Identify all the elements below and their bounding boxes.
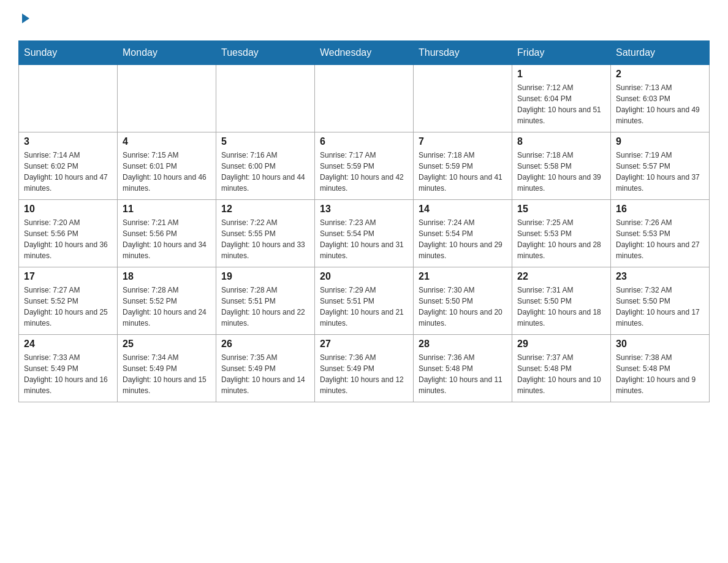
- day-number: 2: [616, 69, 704, 80]
- calendar-cell: 10Sunrise: 7:20 AM Sunset: 5:56 PM Dayli…: [19, 200, 118, 267]
- calendar-cell: 18Sunrise: 7:28 AM Sunset: 5:52 PM Dayli…: [118, 267, 216, 335]
- calendar-cell: 21Sunrise: 7:30 AM Sunset: 5:50 PM Dayli…: [414, 267, 512, 335]
- calendar-cell: 24Sunrise: 7:33 AM Sunset: 5:49 PM Dayli…: [19, 335, 118, 402]
- calendar-cell: 15Sunrise: 7:25 AM Sunset: 5:53 PM Dayli…: [512, 200, 611, 267]
- day-info: Sunrise: 7:27 AM Sunset: 5:52 PM Dayligh…: [24, 285, 112, 329]
- calendar-cell: [19, 65, 118, 132]
- day-info: Sunrise: 7:16 AM Sunset: 6:00 PM Dayligh…: [221, 150, 309, 194]
- day-number: 23: [616, 271, 704, 282]
- calendar-cell: [315, 65, 414, 132]
- day-info: Sunrise: 7:38 AM Sunset: 5:48 PM Dayligh…: [616, 352, 704, 396]
- calendar-cell: 6Sunrise: 7:17 AM Sunset: 5:59 PM Daylig…: [315, 132, 414, 200]
- calendar-cell: 7Sunrise: 7:18 AM Sunset: 5:59 PM Daylig…: [414, 132, 512, 200]
- day-info: Sunrise: 7:31 AM Sunset: 5:50 PM Dayligh…: [517, 285, 605, 329]
- day-info: Sunrise: 7:13 AM Sunset: 6:03 PM Dayligh…: [616, 82, 704, 126]
- week-row-5: 24Sunrise: 7:33 AM Sunset: 5:49 PM Dayli…: [19, 335, 710, 402]
- calendar-cell: 5Sunrise: 7:16 AM Sunset: 6:00 PM Daylig…: [216, 132, 315, 200]
- day-info: Sunrise: 7:25 AM Sunset: 5:53 PM Dayligh…: [517, 217, 605, 261]
- logo: [18, 12, 32, 28]
- day-number: 30: [616, 339, 704, 350]
- weekday-header-monday: Monday: [118, 41, 216, 65]
- day-number: 4: [123, 136, 211, 147]
- weekday-header-row: SundayMondayTuesdayWednesdayThursdayFrid…: [19, 41, 710, 65]
- day-info: Sunrise: 7:36 AM Sunset: 5:49 PM Dayligh…: [320, 352, 408, 396]
- calendar-cell: 1Sunrise: 7:12 AM Sunset: 6:04 PM Daylig…: [512, 65, 611, 132]
- day-number: 27: [320, 339, 408, 350]
- day-info: Sunrise: 7:21 AM Sunset: 5:56 PM Dayligh…: [123, 217, 211, 261]
- day-info: Sunrise: 7:14 AM Sunset: 6:02 PM Dayligh…: [24, 150, 112, 194]
- day-info: Sunrise: 7:17 AM Sunset: 5:59 PM Dayligh…: [320, 150, 408, 194]
- day-number: 15: [517, 204, 605, 215]
- weekday-header-tuesday: Tuesday: [216, 41, 315, 65]
- calendar-cell: 14Sunrise: 7:24 AM Sunset: 5:54 PM Dayli…: [414, 200, 512, 267]
- calendar-cell: 27Sunrise: 7:36 AM Sunset: 5:49 PM Dayli…: [315, 335, 414, 402]
- day-number: 9: [616, 136, 704, 147]
- calendar-cell: 2Sunrise: 7:13 AM Sunset: 6:03 PM Daylig…: [611, 65, 710, 132]
- day-info: Sunrise: 7:34 AM Sunset: 5:49 PM Dayligh…: [123, 352, 211, 396]
- day-number: 20: [320, 271, 408, 282]
- day-number: 19: [221, 271, 309, 282]
- day-number: 25: [123, 339, 211, 350]
- day-number: 28: [419, 339, 507, 350]
- day-number: 22: [517, 271, 605, 282]
- calendar-cell: [118, 65, 216, 132]
- day-number: 6: [320, 136, 408, 147]
- day-info: Sunrise: 7:26 AM Sunset: 5:53 PM Dayligh…: [616, 217, 704, 261]
- calendar-cell: 17Sunrise: 7:27 AM Sunset: 5:52 PM Dayli…: [19, 267, 118, 335]
- page-header: [18, 12, 710, 28]
- calendar-cell: 12Sunrise: 7:22 AM Sunset: 5:55 PM Dayli…: [216, 200, 315, 267]
- weekday-header-saturday: Saturday: [611, 41, 710, 65]
- day-number: 21: [419, 271, 507, 282]
- day-info: Sunrise: 7:18 AM Sunset: 5:58 PM Dayligh…: [517, 150, 605, 194]
- calendar-cell: 16Sunrise: 7:26 AM Sunset: 5:53 PM Dayli…: [611, 200, 710, 267]
- day-number: 8: [517, 136, 605, 147]
- day-number: 1: [517, 69, 605, 80]
- day-number: 17: [24, 271, 112, 282]
- day-info: Sunrise: 7:37 AM Sunset: 5:48 PM Dayligh…: [517, 352, 605, 396]
- day-info: Sunrise: 7:24 AM Sunset: 5:54 PM Dayligh…: [419, 217, 507, 261]
- calendar-cell: 22Sunrise: 7:31 AM Sunset: 5:50 PM Dayli…: [512, 267, 611, 335]
- calendar-cell: 26Sunrise: 7:35 AM Sunset: 5:49 PM Dayli…: [216, 335, 315, 402]
- calendar-cell: [414, 65, 512, 132]
- day-info: Sunrise: 7:35 AM Sunset: 5:49 PM Dayligh…: [221, 352, 309, 396]
- calendar-cell: [216, 65, 315, 132]
- day-info: Sunrise: 7:33 AM Sunset: 5:49 PM Dayligh…: [24, 352, 112, 396]
- day-info: Sunrise: 7:18 AM Sunset: 5:59 PM Dayligh…: [419, 150, 507, 194]
- day-info: Sunrise: 7:19 AM Sunset: 5:57 PM Dayligh…: [616, 150, 704, 194]
- week-row-4: 17Sunrise: 7:27 AM Sunset: 5:52 PM Dayli…: [19, 267, 710, 335]
- calendar-cell: 8Sunrise: 7:18 AM Sunset: 5:58 PM Daylig…: [512, 132, 611, 200]
- day-number: 29: [517, 339, 605, 350]
- day-number: 26: [221, 339, 309, 350]
- calendar-cell: 19Sunrise: 7:28 AM Sunset: 5:51 PM Dayli…: [216, 267, 315, 335]
- day-number: 11: [123, 204, 211, 215]
- calendar-table: SundayMondayTuesdayWednesdayThursdayFrid…: [18, 40, 710, 402]
- logo-arrow-icon: [20, 12, 32, 28]
- day-info: Sunrise: 7:23 AM Sunset: 5:54 PM Dayligh…: [320, 217, 408, 261]
- calendar-cell: 29Sunrise: 7:37 AM Sunset: 5:48 PM Dayli…: [512, 335, 611, 402]
- weekday-header-wednesday: Wednesday: [315, 41, 414, 65]
- svg-marker-0: [22, 13, 29, 23]
- weekday-header-friday: Friday: [512, 41, 611, 65]
- day-number: 13: [320, 204, 408, 215]
- day-info: Sunrise: 7:12 AM Sunset: 6:04 PM Dayligh…: [517, 82, 605, 126]
- day-number: 24: [24, 339, 112, 350]
- calendar-cell: 4Sunrise: 7:15 AM Sunset: 6:01 PM Daylig…: [118, 132, 216, 200]
- day-number: 7: [419, 136, 507, 147]
- calendar-cell: 25Sunrise: 7:34 AM Sunset: 5:49 PM Dayli…: [118, 335, 216, 402]
- calendar-cell: 13Sunrise: 7:23 AM Sunset: 5:54 PM Dayli…: [315, 200, 414, 267]
- day-info: Sunrise: 7:30 AM Sunset: 5:50 PM Dayligh…: [419, 285, 507, 329]
- day-number: 16: [616, 204, 704, 215]
- calendar-cell: 11Sunrise: 7:21 AM Sunset: 5:56 PM Dayli…: [118, 200, 216, 267]
- day-info: Sunrise: 7:29 AM Sunset: 5:51 PM Dayligh…: [320, 285, 408, 329]
- week-row-1: 1Sunrise: 7:12 AM Sunset: 6:04 PM Daylig…: [19, 65, 710, 132]
- day-number: 18: [123, 271, 211, 282]
- day-number: 14: [419, 204, 507, 215]
- day-info: Sunrise: 7:28 AM Sunset: 5:51 PM Dayligh…: [221, 285, 309, 329]
- week-row-2: 3Sunrise: 7:14 AM Sunset: 6:02 PM Daylig…: [19, 132, 710, 200]
- weekday-header-sunday: Sunday: [19, 41, 118, 65]
- day-info: Sunrise: 7:22 AM Sunset: 5:55 PM Dayligh…: [221, 217, 309, 261]
- calendar-cell: 3Sunrise: 7:14 AM Sunset: 6:02 PM Daylig…: [19, 132, 118, 200]
- calendar-cell: 23Sunrise: 7:32 AM Sunset: 5:50 PM Dayli…: [611, 267, 710, 335]
- day-number: 12: [221, 204, 309, 215]
- day-info: Sunrise: 7:36 AM Sunset: 5:48 PM Dayligh…: [419, 352, 507, 396]
